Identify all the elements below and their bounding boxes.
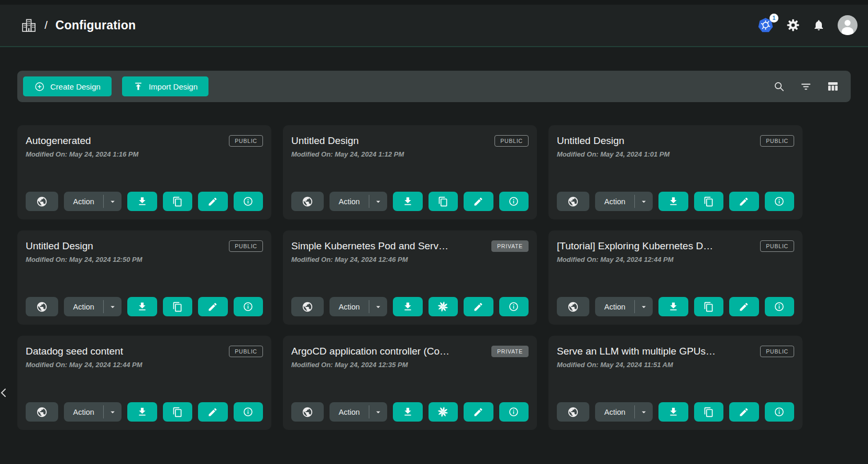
action-button-label[interactable]: Action xyxy=(595,197,634,206)
card-actions: Action xyxy=(291,402,529,422)
settings-button[interactable] xyxy=(786,18,800,32)
action-split-button[interactable]: Action xyxy=(64,192,122,211)
info-button[interactable] xyxy=(234,297,263,316)
action-split-button[interactable]: Action xyxy=(595,192,653,211)
info-button[interactable] xyxy=(499,297,529,316)
clone-button[interactable] xyxy=(163,402,192,422)
user-avatar[interactable] xyxy=(838,15,858,35)
visibility-globe-button[interactable] xyxy=(26,192,58,211)
action-button-label[interactable]: Action xyxy=(329,408,369,416)
filter-button[interactable] xyxy=(800,81,812,93)
action-dropdown-button[interactable] xyxy=(635,302,653,312)
download-icon xyxy=(402,196,413,207)
info-button[interactable] xyxy=(765,297,794,316)
info-button[interactable] xyxy=(234,192,263,211)
card-actions: Action xyxy=(291,297,529,316)
card-actions: Action xyxy=(26,402,263,422)
clone-button[interactable] xyxy=(694,192,723,211)
bell-icon xyxy=(812,19,825,31)
action-button-label[interactable]: Action xyxy=(64,408,103,416)
edit-button[interactable] xyxy=(729,402,759,422)
visibility-globe-button[interactable] xyxy=(26,402,58,422)
action-dropdown-button[interactable] xyxy=(635,197,653,206)
download-button[interactable] xyxy=(658,297,688,316)
download-button[interactable] xyxy=(658,192,688,211)
edit-button[interactable] xyxy=(464,192,493,211)
action-dropdown-button[interactable] xyxy=(369,197,387,206)
download-button[interactable] xyxy=(127,297,157,316)
globe-icon xyxy=(302,406,313,418)
edit-button[interactable] xyxy=(198,402,227,422)
drawer-collapse-button[interactable] xyxy=(0,383,11,403)
card-actions: Action xyxy=(26,297,263,316)
filter-icon xyxy=(800,81,812,93)
info-button[interactable] xyxy=(765,192,794,211)
action-split-button[interactable]: Action xyxy=(329,402,387,422)
copy-icon xyxy=(704,302,714,312)
action-split-button[interactable]: Action xyxy=(329,192,387,211)
info-button[interactable] xyxy=(499,402,529,422)
design-title: ArgoCD application controller (Co… xyxy=(291,344,449,357)
action-button-label[interactable]: Action xyxy=(329,303,369,311)
search-button[interactable] xyxy=(773,81,785,93)
visibility-badge: PUBLIC xyxy=(760,346,794,357)
edit-button[interactable] xyxy=(198,192,227,211)
clone-button[interactable] xyxy=(428,402,458,422)
edit-button[interactable] xyxy=(198,297,227,316)
action-dropdown-button[interactable] xyxy=(104,302,122,312)
organization-building-icon[interactable] xyxy=(21,17,37,33)
notifications-button[interactable] xyxy=(812,19,825,31)
edit-button[interactable] xyxy=(729,192,759,211)
kubernetes-context-button[interactable]: 1 xyxy=(757,17,774,34)
table-view-button[interactable] xyxy=(827,80,839,93)
clone-button[interactable] xyxy=(163,192,192,211)
clone-button[interactable] xyxy=(428,192,458,211)
download-button[interactable] xyxy=(393,402,422,422)
visibility-globe-button[interactable] xyxy=(557,402,589,422)
edit-button[interactable] xyxy=(464,297,493,316)
download-button[interactable] xyxy=(393,297,422,316)
action-dropdown-button[interactable] xyxy=(369,302,387,312)
action-split-button[interactable]: Action xyxy=(595,402,653,422)
create-design-button[interactable]: Create Design xyxy=(23,76,112,96)
info-button[interactable] xyxy=(234,402,263,422)
clone-button[interactable] xyxy=(694,402,723,422)
visibility-globe-button[interactable] xyxy=(557,297,589,316)
action-split-button[interactable]: Action xyxy=(595,297,653,316)
clone-button[interactable] xyxy=(163,297,192,316)
download-button[interactable] xyxy=(658,402,688,422)
download-button[interactable] xyxy=(127,402,157,422)
visibility-globe-button[interactable] xyxy=(557,192,589,211)
action-dropdown-button[interactable] xyxy=(635,407,653,417)
design-title: Untitled Design xyxy=(26,239,93,252)
action-split-button[interactable]: Action xyxy=(64,402,122,422)
visibility-globe-button[interactable] xyxy=(291,297,324,316)
pencil-icon xyxy=(739,302,749,312)
info-button[interactable] xyxy=(765,402,794,422)
info-icon xyxy=(774,406,785,417)
visibility-globe-button[interactable] xyxy=(291,192,324,211)
action-split-button[interactable]: Action xyxy=(64,297,122,316)
action-dropdown-button[interactable] xyxy=(369,407,387,417)
edit-button[interactable] xyxy=(464,402,493,422)
info-button[interactable] xyxy=(499,192,529,211)
spiral-design-icon xyxy=(437,301,449,313)
action-dropdown-button[interactable] xyxy=(104,197,122,206)
action-button-label[interactable]: Action xyxy=(64,303,103,311)
edit-button[interactable] xyxy=(729,297,759,316)
download-button[interactable] xyxy=(393,192,422,211)
action-dropdown-button[interactable] xyxy=(104,407,122,417)
download-button[interactable] xyxy=(127,192,157,211)
caret-down-icon xyxy=(639,197,649,206)
action-button-label[interactable]: Action xyxy=(595,303,634,311)
clone-button[interactable] xyxy=(428,297,458,316)
action-button-label[interactable]: Action xyxy=(64,197,103,206)
visibility-globe-button[interactable] xyxy=(26,297,58,316)
action-button-label[interactable]: Action xyxy=(329,197,369,206)
clone-button[interactable] xyxy=(694,297,723,316)
visibility-globe-button[interactable] xyxy=(291,402,324,422)
action-split-button[interactable]: Action xyxy=(329,297,387,316)
modified-on: Modified On: May 24, 2024 1:12 PM xyxy=(291,150,529,158)
action-button-label[interactable]: Action xyxy=(595,408,634,416)
import-design-button[interactable]: Import Design xyxy=(122,76,208,96)
